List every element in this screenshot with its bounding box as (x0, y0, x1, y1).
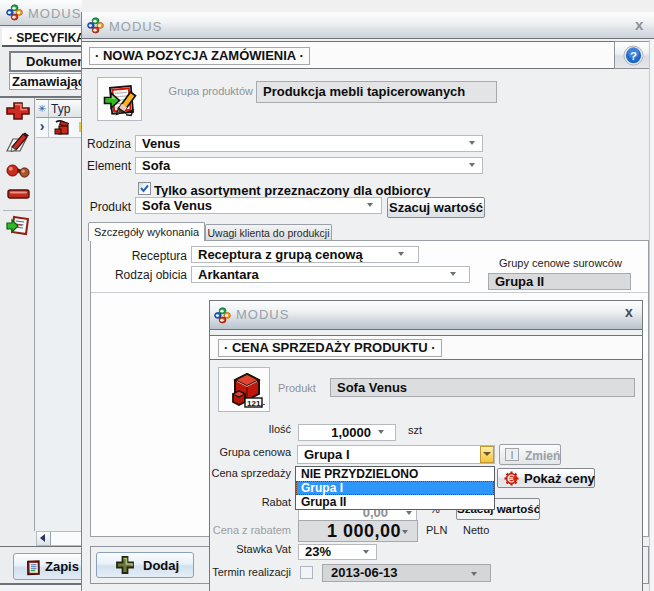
svg-text:121,-: 121,- (247, 399, 265, 408)
svg-text:?: ? (630, 50, 637, 62)
